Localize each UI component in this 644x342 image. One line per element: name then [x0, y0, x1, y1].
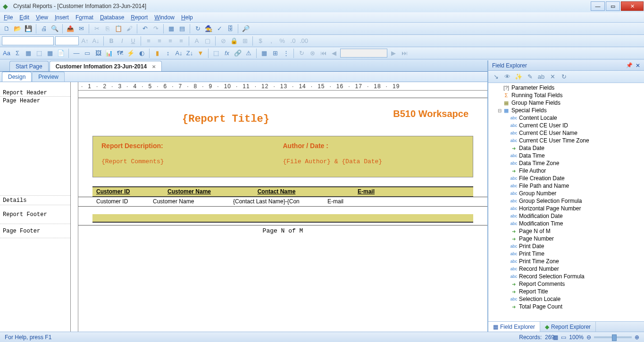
check-icon[interactable]: ✓ [215, 24, 224, 33]
design-canvas[interactable]: ·1·2·3·4·5·6·7·8·9·10·11·12·13·14·15·16·… [78, 82, 487, 332]
lock-format-icon[interactable]: 🔒 [229, 36, 239, 46]
menu-edit[interactable]: Edit [19, 14, 29, 21]
align-left-icon[interactable]: ≡ [144, 36, 153, 46]
tree-field-file-creation-date[interactable]: abcFile Creation Date [490, 175, 642, 182]
section-report-header[interactable]: Report Header [0, 89, 70, 97]
font-color-icon[interactable]: A [192, 36, 201, 46]
panel-header[interactable]: Field Explorer 📌 ✕ [488, 60, 644, 71]
field-tree[interactable]: [?] Parameter Fields Σ Running Total Fie… [488, 83, 644, 321]
subreport-icon[interactable]: 📄 [56, 49, 66, 58]
section-details-body[interactable]: Customer ID Customer Name {Contact Last … [78, 197, 487, 207]
section-page-header-body[interactable]: {Report Title} B510 Worksapce Report Des… [78, 98, 487, 197]
panel-tab-report[interactable]: ◆ Report Explorer [540, 322, 596, 332]
report-title-field[interactable]: {Report Title} [182, 113, 269, 125]
panel-close-icon[interactable]: ✕ [636, 62, 640, 69]
section-report-header-body[interactable] [78, 91, 487, 98]
zoom-in-icon[interactable]: ⊕ [635, 334, 639, 341]
stop-icon[interactable]: ⊗ [308, 49, 317, 58]
menu-report[interactable]: Report [131, 14, 148, 21]
menu-window[interactable]: Window [154, 14, 175, 21]
tree-field-page-number[interactable]: ➜Page Number [490, 235, 642, 242]
edit-field-icon[interactable]: ✎ [525, 72, 535, 82]
tree-field-record-selection-formula[interactable]: abcRecord Selection Formula [490, 273, 642, 280]
align-justify-icon[interactable]: ≡ [176, 36, 186, 46]
cut-icon[interactable]: ✂ [92, 24, 101, 33]
field-email[interactable]: E-mail [324, 198, 409, 205]
refresh-icon[interactable]: ↻ [193, 24, 202, 33]
section-icon[interactable]: ▤ [177, 24, 187, 33]
field-customer-id[interactable]: Customer ID [92, 198, 149, 205]
tree-field-current-ce-user-id[interactable]: abcCurrent CE User ID [490, 122, 642, 129]
footer-box[interactable] [92, 214, 473, 223]
tab-start-page[interactable]: Start Page [9, 61, 49, 71]
tree-field-total-page-count[interactable]: ➜Total Page Count [490, 303, 642, 310]
tree-field-file-path-and-name[interactable]: abcFile Path and Name [490, 182, 642, 190]
rename-icon[interactable]: ab [536, 72, 546, 82]
line-icon[interactable]: — [72, 49, 81, 58]
col-contact-name[interactable]: Contact Name [229, 187, 324, 196]
formula-icon[interactable]: fx [222, 49, 232, 58]
wizard-icon[interactable]: 🧙 [204, 24, 213, 33]
alert-icon[interactable]: ⚠ [244, 49, 253, 58]
flash-icon[interactable]: ⚡ [126, 49, 135, 58]
suppress-icon[interactable]: ⊘ [218, 36, 228, 46]
sort-asc-icon[interactable]: A↓ [174, 49, 184, 58]
tree-field-data-time[interactable]: abcData Time [490, 152, 642, 159]
description-box[interactable]: Report Description: Author / Date : {Rep… [92, 136, 473, 177]
export-icon[interactable]: 📤 [66, 24, 75, 33]
page-icon[interactable]: ▭ [561, 334, 566, 341]
increase-font-icon[interactable]: A↑ [80, 36, 90, 46]
copy-icon[interactable]: ⎘ [103, 24, 112, 33]
page-n-of-m-field[interactable]: Page N of M [263, 227, 303, 234]
zoom-out-icon[interactable]: ⊖ [586, 334, 591, 341]
col-email[interactable]: E-mail [324, 187, 409, 196]
menu-help[interactable]: Help [181, 14, 193, 21]
author-date-field[interactable]: {File Author} & {Data Date} [283, 158, 465, 165]
highlight-icon[interactable]: ▮ [152, 49, 162, 58]
print-icon[interactable]: 🖨 [39, 24, 49, 33]
ole-icon[interactable]: ◐ [137, 49, 146, 58]
text-icon[interactable]: Aa [2, 49, 11, 58]
tree-field-group-number[interactable]: abcGroup Number [490, 190, 642, 197]
tree-field-data-time-zone[interactable]: abcData Time Zone [490, 159, 642, 167]
browse-icon[interactable]: 👁 [502, 72, 512, 82]
section-report-footer-body[interactable] [78, 207, 487, 225]
first-page-icon[interactable]: ⏮ [318, 49, 328, 58]
crosstab-icon[interactable]: ▦ [45, 49, 55, 58]
underline-icon[interactable]: U [128, 36, 138, 46]
dec-decimal-icon[interactable]: .00 [299, 36, 309, 46]
pin-icon[interactable]: 📌 [626, 62, 633, 68]
tree-field-page-n-of-m[interactable]: ➜Page N of M [490, 227, 642, 235]
col-customer-id[interactable]: Customer ID [92, 187, 149, 196]
tree-field-data-date[interactable]: ➜Data Date [490, 144, 642, 152]
sort-icon[interactable]: ↕ [163, 49, 173, 58]
menu-insert[interactable]: Insert [55, 14, 69, 21]
tree-field-current-ce-user-time-zone[interactable]: abcCurrent CE User Time Zone [490, 137, 642, 144]
redo-icon[interactable]: ↷ [151, 24, 160, 33]
tree-group-name[interactable]: ▦ Group Name Fields [490, 99, 642, 107]
filter-icon[interactable]: ▼ [196, 49, 205, 58]
db-icon[interactable]: 🗄 [226, 24, 235, 33]
last-page-icon[interactable]: ⏭ [400, 49, 409, 58]
field-customer-name[interactable]: Customer Name [149, 198, 229, 205]
snap-icon[interactable]: ⊞ [270, 49, 280, 58]
format-painter-icon[interactable]: 🖌 [125, 24, 134, 33]
section-page-footer[interactable]: Page Footer [0, 224, 70, 238]
tree-field-report-comments[interactable]: ➜Report Comments [490, 280, 642, 288]
align-center-icon[interactable]: ≡ [155, 36, 164, 46]
border-icon[interactable]: ▢ [203, 36, 212, 46]
tab-close-icon[interactable]: ✕ [152, 64, 156, 69]
mail-icon[interactable]: ✉ [76, 24, 86, 33]
refresh-panel-icon[interactable]: ↻ [559, 72, 569, 82]
minimize-button[interactable]: — [591, 1, 605, 11]
paste-icon[interactable]: 📋 [114, 24, 123, 33]
insert-field-icon[interactable]: ↘ [491, 72, 501, 82]
prev-page-icon[interactable]: ◀ [329, 49, 339, 58]
tab-design[interactable]: Design [2, 72, 32, 82]
refresh2-icon[interactable]: ↻ [297, 49, 306, 58]
tree-field-print-time-zone[interactable]: abcPrint Time Zone [490, 258, 642, 265]
guidelines-icon[interactable]: ⋮ [281, 49, 291, 58]
panel-tab-field[interactable]: ▦ Field Explorer [488, 322, 540, 332]
group-insert-icon[interactable]: ▦ [24, 49, 33, 58]
preview-icon[interactable]: 🔍 [50, 24, 59, 33]
